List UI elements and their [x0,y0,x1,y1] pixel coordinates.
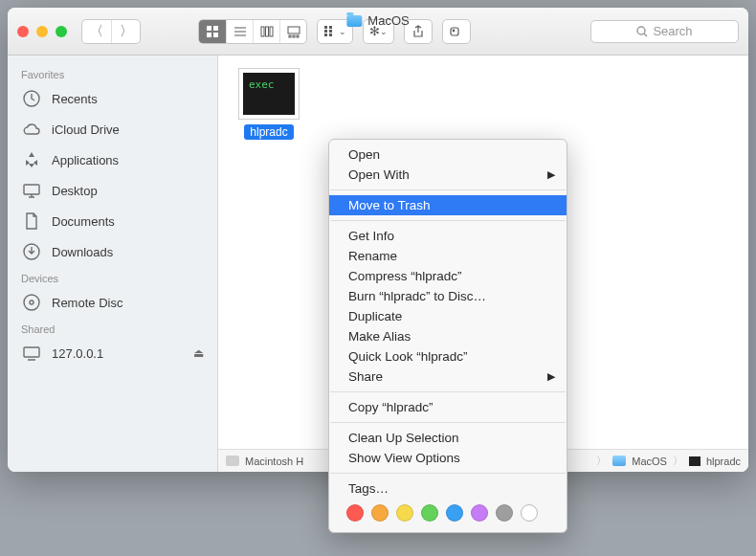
close-button[interactable] [17,26,29,37]
svg-rect-3 [213,33,218,37]
menu-item-tags-[interactable]: Tags… [329,478,567,499]
tag-color-none[interactable] [521,504,538,522]
svg-rect-1 [213,26,218,31]
menu-separator [330,422,566,423]
view-switcher [198,19,307,44]
menu-item-share[interactable]: Share ▶ [329,367,567,387]
menu-item-duplicate[interactable]: Duplicate [329,306,567,326]
path-seg[interactable]: Macintosh H [245,456,303,467]
svg-rect-15 [324,30,327,33]
window-controls [17,26,67,37]
svg-rect-16 [324,33,327,36]
title-text: MacOS [367,13,409,28]
menu-item-label: Clean Up Selection [348,431,459,445]
svg-rect-19 [329,33,332,36]
svg-rect-20 [451,28,458,35]
path-seg[interactable]: MacOS [632,456,667,467]
menu-separator [330,189,566,190]
view-column-button[interactable] [253,20,279,43]
view-icon-button[interactable] [199,20,226,43]
tag-color-dot[interactable] [371,504,389,522]
menu-item-label: Make Alias [348,329,411,344]
menu-item-compress-hlpradc-[interactable]: Compress “hlpradc” [329,266,567,286]
file-label[interactable]: hlpradc [244,124,293,140]
menu-separator [330,391,566,392]
svg-rect-17 [329,26,332,29]
tag-color-dot[interactable] [346,504,364,522]
search-input[interactable]: Search [590,20,739,43]
hd-icon [226,456,239,466]
svg-rect-14 [324,26,327,29]
window-title: MacOS [346,13,409,28]
svg-rect-29 [24,347,39,357]
svg-rect-12 [293,35,295,37]
menu-item-show-view-options[interactable]: Show View Options [329,448,567,468]
submenu-arrow-icon: ▶ [547,168,555,181]
tag-color-dot[interactable] [396,504,413,522]
menu-item-label: Share [348,369,383,384]
sidebar-item-label: Downloads [52,245,113,259]
menu-item-open-with[interactable]: Open With ▶ [329,165,567,185]
doc-icon [21,211,42,232]
menu-item-label: Open With [348,167,410,182]
menu-item-move-to-trash[interactable]: Move to Trash [329,195,567,215]
view-gallery-button[interactable] [279,20,306,43]
sidebar-item-remote-disc[interactable]: Remote Disc [8,287,217,318]
nav-back-forward: 〈 〉 [81,19,141,44]
sidebar-item-applications[interactable]: Applications [8,145,217,175]
file-item[interactable]: exec hlpradc [232,69,306,140]
menu-item-label: Burn “hlpradc” to Disc… [348,289,486,303]
folder-icon [612,456,626,466]
menu-item-label: Tags… [348,481,389,496]
tags-button[interactable] [443,20,470,43]
menu-item-clean-up-selection[interactable]: Clean Up Selection [329,428,567,448]
menu-item-copy-hlpradc-[interactable]: Copy “hlpradc” [329,397,567,417]
minimize-button[interactable] [36,26,48,37]
menu-separator [330,220,566,221]
menu-separator [330,473,566,474]
menu-item-quick-look-hlpradc-[interactable]: Quick Look “hlpradc” [329,346,567,367]
menu-item-burn-hlpradc-to-disc-[interactable]: Burn “hlpradc” to Disc… [329,286,567,306]
menu-item-label: Rename [348,249,397,263]
sidebar-item-label: iCloud Drive [52,122,120,137]
svg-rect-10 [288,27,300,33]
sidebar: Favorites Recents iCloud Drive Applicati… [8,56,218,472]
view-list-button[interactable] [226,20,253,43]
submenu-arrow-icon: ▶ [547,370,555,383]
svg-rect-8 [265,27,268,36]
menu-item-make-alias[interactable]: Make Alias [329,326,567,346]
path-seg[interactable]: hlpradc [706,456,741,467]
sidebar-item-icloud-drive[interactable]: iCloud Drive [8,114,217,145]
menu-item-rename[interactable]: Rename [329,246,567,266]
sidebar-item-127-0-0-1[interactable]: 127.0.0.1 ⏏ [8,338,217,368]
back-button[interactable]: 〈 [82,20,111,43]
sidebar-item-documents[interactable]: Documents [8,206,217,236]
tag-color-dot[interactable] [496,504,513,522]
sidebar-item-desktop[interactable]: Desktop [8,175,217,206]
tag-color-dot[interactable] [446,504,463,522]
svg-point-28 [30,300,33,304]
menu-item-get-info[interactable]: Get Info [329,226,567,246]
sidebar-header: Devices [8,267,217,287]
zoom-button[interactable] [56,26,67,37]
sidebar-item-label: Recents [52,92,98,106]
menu-item-label: Quick Look “hlpradc” [348,349,468,364]
screen-icon [21,343,42,364]
svg-rect-0 [207,26,211,31]
forward-button[interactable]: 〉 [111,20,140,43]
eject-icon[interactable]: ⏏ [193,346,204,360]
sidebar-item-recents[interactable]: Recents [8,83,217,114]
sidebar-item-downloads[interactable]: Downloads [8,236,217,267]
tag-color-dot[interactable] [471,504,488,522]
exec-icon [689,456,700,466]
svg-point-22 [637,27,645,34]
svg-rect-11 [289,35,291,37]
clock-icon [21,88,42,109]
svg-rect-13 [297,35,299,37]
sidebar-item-label: Remote Disc [52,296,122,310]
folder-icon [346,15,362,27]
menu-item-open[interactable]: Open [329,145,567,165]
sidebar-header: Shared [8,318,217,338]
tag-color-dot[interactable] [421,504,438,522]
sidebar-item-label: Documents [52,214,115,229]
